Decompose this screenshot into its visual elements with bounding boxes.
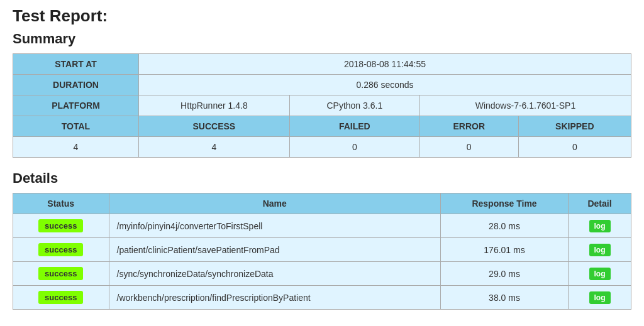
details-heading: Details xyxy=(13,170,631,187)
platform-label: PLATFORM xyxy=(13,95,139,116)
summary-row-platform: PLATFORM HttpRunner 1.4.8 CPython 3.6.1 … xyxy=(13,95,631,116)
name-column-header: Name xyxy=(109,193,440,214)
page-title: Test Report: xyxy=(13,6,631,26)
start-at-label: START AT xyxy=(13,54,139,75)
detail-cell: log xyxy=(569,238,631,262)
status-badge: success xyxy=(38,243,83,256)
response-time-cell: 176.01 ms xyxy=(441,238,569,262)
name-cell: /workbench/prescription/findPrescription… xyxy=(109,286,440,310)
platform-runner: HttpRunner 1.4.8 xyxy=(139,95,290,116)
log-button[interactable]: log xyxy=(589,220,611,232)
error-value: 0 xyxy=(419,137,518,158)
total-header: TOTAL xyxy=(13,116,139,137)
detail-cell: log xyxy=(569,214,631,238)
detail-column-header: Detail xyxy=(569,193,631,214)
table-row: success/workbench/prescription/findPresc… xyxy=(13,286,631,310)
success-value: 4 xyxy=(139,137,290,158)
table-row: success/patient/clinicPatient/savePatien… xyxy=(13,238,631,262)
duration-value: 0.286 seconds xyxy=(139,75,631,95)
success-header: SUCCESS xyxy=(139,116,290,137)
total-value: 4 xyxy=(13,137,139,158)
duration-label: DURATION xyxy=(13,75,139,95)
details-section: Details Status Name Response Time Detail… xyxy=(13,170,631,310)
table-row: success/sync/synchronizeData/synchronize… xyxy=(13,262,631,286)
response-time-cell: 38.0 ms xyxy=(441,286,569,310)
stats-header-row: TOTAL SUCCESS FAILED ERROR SKIPPED xyxy=(13,116,631,137)
response-time-cell: 28.0 ms xyxy=(441,214,569,238)
summary-row-duration: DURATION 0.286 seconds xyxy=(13,75,631,95)
summary-table: START AT 2018-08-08 11:44:55 DURATION 0.… xyxy=(13,53,631,158)
failed-value: 0 xyxy=(289,137,419,158)
status-badge: success xyxy=(38,291,83,304)
name-cell: /myinfo/pinyin4j/converterToFirstSpell xyxy=(109,214,440,238)
name-cell: /patient/clinicPatient/savePatientFromPa… xyxy=(109,238,440,262)
status-column-header: Status xyxy=(13,193,109,214)
status-cell: success xyxy=(13,238,109,262)
stats-values-row: 4 4 0 0 0 xyxy=(13,137,631,158)
failed-header: FAILED xyxy=(289,116,419,137)
status-badge: success xyxy=(38,267,83,280)
details-table: Status Name Response Time Detail success… xyxy=(13,193,631,310)
response-time-column-header: Response Time xyxy=(441,193,569,214)
log-button[interactable]: log xyxy=(589,268,611,280)
log-button[interactable]: log xyxy=(589,291,611,304)
table-row: success/myinfo/pinyin4j/converterToFirst… xyxy=(13,214,631,238)
details-header-row: Status Name Response Time Detail xyxy=(13,193,631,214)
status-badge: success xyxy=(38,219,83,232)
error-header: ERROR xyxy=(419,116,518,137)
status-cell: success xyxy=(13,286,109,310)
start-at-value: 2018-08-08 11:44:55 xyxy=(139,54,631,75)
status-cell: success xyxy=(13,262,109,286)
status-cell: success xyxy=(13,214,109,238)
name-cell: /sync/synchronizeData/synchronizeData xyxy=(109,262,440,286)
log-button[interactable]: log xyxy=(589,244,611,256)
detail-cell: log xyxy=(569,262,631,286)
summary-heading: Summary xyxy=(13,31,631,47)
response-time-cell: 29.0 ms xyxy=(441,262,569,286)
skipped-value: 0 xyxy=(518,137,631,158)
summary-row-start: START AT 2018-08-08 11:44:55 xyxy=(13,54,631,75)
platform-os: Windows-7-6.1.7601-SP1 xyxy=(419,95,631,116)
skipped-header: SKIPPED xyxy=(518,116,631,137)
detail-cell: log xyxy=(569,286,631,310)
platform-python: CPython 3.6.1 xyxy=(289,95,419,116)
